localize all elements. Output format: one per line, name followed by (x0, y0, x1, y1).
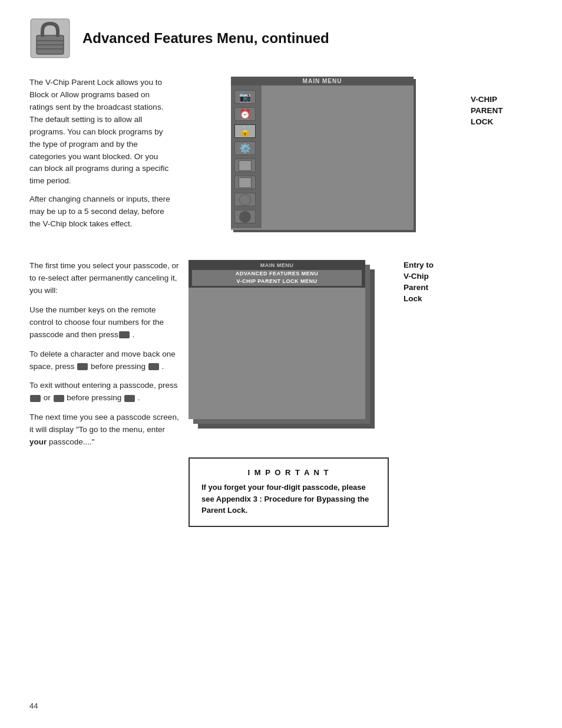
breadcrumb-advanced: ADVANCED FEATURES MENU (192, 270, 362, 278)
menu-icon-5 (234, 159, 256, 172)
lock-menu-icon: 🔒 (239, 126, 251, 137)
menu-content-area (262, 85, 414, 228)
vchip-para1: The V-Chip Parent Lock allows you to Blo… (29, 77, 171, 187)
delete-button-icon (77, 363, 88, 370)
entry-para3: To delete a character and move back one … (29, 348, 180, 373)
page-number: 44 (29, 701, 38, 710)
vchip-lock-screen-front: MAIN MENU ADVANCED FEATURES MENU V-CHIP … (189, 260, 365, 419)
breadcrumb-vchip: V-CHIP PARENT LOCK MENU (192, 278, 362, 286)
menu-icon-4: ⚙️ (234, 141, 256, 155)
clock-icon: ⏰ (239, 108, 251, 120)
menu-icons-column: 📷 ⏰ 🔒 ⚙️ (231, 85, 262, 228)
entry-right-side: MAIN MENU ADVANCED FEATURES MENU V-CHIP … (189, 260, 533, 527)
entry-para2: Use the number keys on the remote contro… (29, 304, 180, 341)
important-box: I M P O R T A N T If you forget your fou… (189, 457, 389, 527)
exit-button-icon-1 (30, 395, 41, 402)
menu-icon-8 (234, 210, 256, 223)
screen-and-label: MAIN MENU ADVANCED FEATURES MENU V-CHIP … (189, 260, 434, 443)
page-header: Advanced Features Menu, continued (29, 18, 533, 59)
menu-body: 📷 ⏰ 🔒 ⚙️ (231, 85, 414, 228)
vchip-lock-content (189, 288, 365, 416)
vchip-label-text: V-CHIP PARENT LOCK (471, 95, 503, 126)
confirm-button-icon (148, 363, 159, 370)
page: Advanced Features Menu, continued The V-… (0, 0, 562, 728)
camera-icon: 📷 (239, 91, 251, 103)
vchip-lock-screen-stack: MAIN MENU ADVANCED FEATURES MENU V-CHIP … (189, 260, 383, 443)
entry-para4: To exit without entering a passcode, pre… (29, 380, 180, 404)
important-text: If you forget your four-digit passcode, … (201, 482, 376, 516)
menu-icon-1: 📷 (234, 90, 256, 104)
entry-description: The first time you select your passcode,… (29, 260, 189, 456)
important-text-bold: If you forget your four-digit passcode, … (201, 483, 369, 515)
entry-label: Entry to V-Chip Parent Lock (392, 260, 434, 305)
menu-icon-3-active: 🔒 (234, 124, 256, 138)
entry-label-text: Entry to V-Chip Parent Lock (404, 261, 434, 303)
equals-button-icon (119, 331, 130, 338)
important-title: I M P O R T A N T (201, 468, 376, 477)
menu-breadcrumb-bar: MAIN MENU ADVANCED FEATURES MENU V-CHIP … (189, 260, 365, 288)
square-icon (239, 160, 252, 171)
lock-icon (29, 18, 71, 59)
vchip-description: The V-Chip Parent Lock allows you to Blo… (29, 77, 183, 236)
menu-icon-7 (234, 193, 256, 206)
section-entry: The first time you select your passcode,… (29, 260, 533, 527)
circle-icon (239, 194, 251, 206)
settings-icon: ⚙️ (239, 143, 251, 154)
important-container: I M P O R T A N T If you forget your fou… (189, 452, 389, 527)
main-menu-screen: MAIN MENU 📷 ⏰ 🔒 ⚙️ (231, 77, 414, 230)
entry-para5: The next time you see a passcode screen,… (29, 411, 180, 449)
exit-button-icon-2 (54, 395, 64, 402)
dot-icon (239, 211, 251, 223)
square-icon-2 (239, 177, 252, 188)
breadcrumb-main: MAIN MENU (192, 262, 362, 270)
menu-icon-2: ⏰ (234, 107, 256, 121)
vchip-para2: After changing channels or inputs, there… (29, 193, 171, 230)
section-vchip: The V-Chip Parent Lock allows you to Blo… (29, 77, 533, 236)
vchip-label: V-CHIP PARENT LOCK (462, 94, 533, 128)
entry-para1: The first time you select your passcode,… (29, 260, 180, 297)
page-title: Advanced Features Menu, continued (82, 30, 329, 47)
main-menu-title: MAIN MENU (231, 77, 414, 85)
menu-icon-6 (234, 176, 256, 189)
exit-confirm-icon (124, 395, 135, 402)
vchip-screen-area: MAIN MENU 📷 ⏰ 🔒 ⚙️ (183, 77, 462, 230)
